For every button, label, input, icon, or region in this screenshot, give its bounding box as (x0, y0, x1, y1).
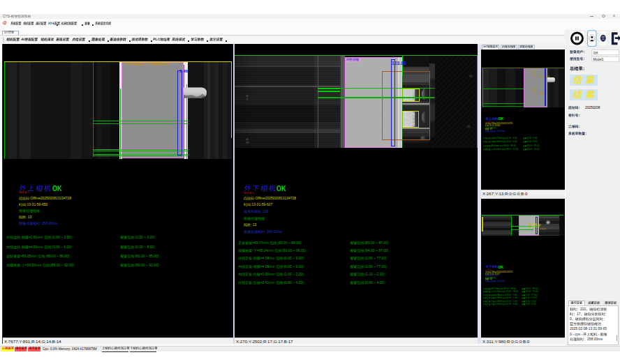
svg-text::(0.00 ~ 8.00): :(0.00 ~ 8.00) (526, 140, 538, 143)
svg-text::(89.00 ~ 91.00): :(89.00 ~ 91.00) (526, 148, 539, 151)
svg-text:NG: NG (244, 192, 247, 195)
svg-text::Offline2025020813134728: :Offline2025020813134728 (29, 196, 71, 200)
svg-text::(1.10 ~ 2.10): :(1.10 ~ 2.10) (525, 300, 536, 303)
svg-text:-: - (490, 294, 491, 296)
svg-text:-: - (490, 303, 491, 305)
svg-text:=2.91mm: =2.91mm (494, 137, 502, 139)
svg-text::(94.00 ~ 97.00): :(94.00 ~ 97.00) (525, 290, 538, 293)
svg-text:0: 0 (570, 317, 572, 321)
svg-text:=83.05mm: =83.05mm (490, 144, 499, 147)
svg-text::(81.00 ~ 85.00): :(81.00 ~ 85.00) (134, 254, 159, 258)
svg-text:123.80: 123.80 (392, 61, 406, 66)
svg-text:: 13: : 13 (26, 215, 32, 219)
svg-text::(93.00 ~ 98.00): :(93.00 ~ 98.00) (281, 248, 307, 252)
svg-text::(0.60 ~ 4.00): :(0.60 ~ 4.00) (506, 303, 517, 305)
svg-text:=95.24mm: =95.24mm (492, 290, 501, 293)
svg-text:: 143.00ms: : 143.00ms (265, 229, 282, 234)
svg-text:2025:02:08-13:31:59:65: 2025:02:08-13:31:59:65 (570, 327, 607, 331)
svg-text:17: 17 (577, 312, 581, 316)
svg-text:=4.60mm: =4.60mm (29, 245, 43, 249)
svg-text:NG: NG (19, 191, 22, 194)
svg-text::(2.00 ~ 3.50): :(2.00 ~ 3.50) (506, 137, 517, 139)
svg-text:cys: cys (575, 332, 580, 336)
svg-text::(1.00 ~ 2.20): :(1.00 ~ 2.20) (283, 272, 304, 276)
svg-text:: 258.00ms: : 258.00ms (40, 222, 57, 226)
svg-text:AI: AI (251, 210, 254, 214)
svg-text:-: - (252, 272, 253, 276)
svg-text::(0.60 ~ 4.00): :(0.60 ~ 4.00) (364, 280, 385, 285)
svg-text::Offline2025020813134728: :Offline2025020813134728 (254, 196, 296, 200)
svg-text::1: :1 (27, 191, 29, 194)
svg-text::(80.00 ~ 86.00): :(80.00 ~ 86.00) (503, 144, 515, 147)
svg-text:=4.38mm: =4.38mm (494, 296, 502, 299)
svg-text::(2.00 ~ 77.00): :(2.00 ~ 77.00) (525, 294, 537, 296)
svg-text:-: - (252, 257, 253, 261)
svg-text:3.48: 3.48 (179, 68, 189, 73)
svg-text:: 258.00ms: : 258.00ms (496, 130, 505, 132)
svg-text:=90.56mm: =90.56mm (492, 148, 501, 151)
svg-text::(3.00 ~ 6.00): :(3.00 ~ 6.00) (506, 140, 517, 143)
svg-text:-: - (20, 235, 22, 239)
svg-text:-: - (252, 248, 253, 252)
svg-text:=83.77mm: =83.77mm (252, 241, 269, 245)
svg-text:: 13: : 13 (251, 223, 257, 227)
svg-text:=4.38mm: =4.38mm (260, 257, 275, 261)
svg-text::(83.00 ~ 87.00): :(83.00 ~ 87.00) (525, 287, 538, 290)
svg-text:-: - (490, 137, 491, 139)
svg-text:-: - (490, 291, 491, 293)
svg-text:=2.61mm: =2.61mm (260, 280, 275, 285)
svg-text::13-31-59-650: :13-31-59-650 (26, 203, 48, 207)
svg-text::(0.00 ~ 8.00): :(0.00 ~ 8.00) (134, 245, 155, 249)
svg-text:IO: IO (48, 21, 52, 25)
svg-text:NG: NG (483, 45, 487, 48)
svg-text:=4.60mm: =4.60mm (494, 140, 502, 143)
svg-text:: 143.00ms: : 143.00ms (496, 280, 505, 282)
svg-text::(2.00 ~ 77.00): :(2.00 ~ 77.00) (364, 257, 387, 261)
svg-text::100: :100 (162, 62, 169, 66)
svg-text:-: - (490, 149, 491, 151)
svg-text:=1.90mm: =1.90mm (494, 300, 502, 303)
svg-text:CYS-: CYS- (3, 15, 11, 18)
svg-text::93,: :93, (139, 62, 145, 66)
svg-text::(0.00 ~ 9.00): :(0.00 ~ 9.00) (283, 264, 304, 268)
svg-text::(0.00 ~ 9.00): :(0.00 ~ 9.00) (506, 296, 517, 299)
svg-text:AI: AI (346, 58, 349, 61)
svg-text:AI: AI (21, 37, 25, 41)
svg-text::(0.60 ~ 4.00): :(0.60 ~ 4.00) (283, 280, 304, 285)
svg-text::(1.10 ~ 2.10): :(1.10 ~ 2.10) (364, 272, 385, 276)
svg-text::(0.00 ~ 9.00): :(0.00 ~ 9.00) (506, 294, 517, 296)
svg-text:-: - (490, 301, 491, 303)
svg-text::(1.00 ~ 2.20): :(1.00 ~ 2.20) (506, 300, 517, 303)
svg-text::(88.00 ~ 92.00): :(88.00 ~ 92.00) (50, 263, 75, 267)
svg-text::(81.00 ~ 85.00): :(81.00 ~ 85.00) (526, 144, 539, 147)
svg-text:222: 222 (580, 307, 586, 311)
svg-text::(93.00 ~ 98.00): :(93.00 ~ 98.00) (505, 290, 518, 293)
svg-text::(2.00 ~ 3.50): :(2.00 ~ 3.50) (51, 235, 72, 239)
svg-text:=4.38mm: =4.38mm (494, 294, 502, 296)
svg-text::(0.00 ~ 9.00): :(0.00 ~ 9.00) (283, 257, 304, 261)
svg-text::(0.60 ~ 4.00): :(0.60 ~ 4.00) (525, 303, 536, 305)
svg-text:=83.77mm: =83.77mm (490, 287, 499, 290)
svg-text::0: :0 (252, 192, 254, 195)
svg-text:0: 0 (570, 332, 572, 336)
svg-text:=83.05mm: =83.05mm (20, 254, 37, 258)
svg-text:=4.38mm: =4.38mm (260, 264, 275, 268)
svg-text:-: - (252, 280, 253, 285)
svg-text:: 166: : 166 (261, 210, 269, 214)
svg-text:-: - (20, 263, 22, 267)
svg-text::13-31-59-627: :13-31-59-627 (251, 203, 273, 207)
svg-text:-: - (252, 264, 253, 268)
svg-text:=90.56mm: =90.56mm (25, 263, 42, 267)
svg-text:23.48: 23.48 (538, 75, 543, 78)
svg-text::(2.00 ~ 77.00): :(2.00 ~ 77.00) (525, 296, 537, 299)
svg-text:=2.91mm: =2.91mm (29, 235, 43, 239)
svg-text:PLC: PLC (153, 37, 161, 41)
svg-text:=1.90mm: =1.90mm (260, 272, 275, 276)
svg-text:-: - (490, 141, 491, 143)
svg-text:=2.61mm: =2.61mm (494, 303, 502, 305)
svg-text::(88.00 ~ 92.00): :(88.00 ~ 92.00) (505, 148, 518, 151)
svg-text::(2.00 ~ 77.00): :(2.00 ~ 77.00) (364, 264, 387, 268)
svg-text::(89.00 ~ 91.00): :(89.00 ~ 91.00) (134, 263, 159, 267)
svg-text:258.00ms: 258.00ms (586, 337, 602, 341)
svg-text::(2.20 ~ 3.20): :(2.20 ~ 3.20) (134, 235, 155, 239)
